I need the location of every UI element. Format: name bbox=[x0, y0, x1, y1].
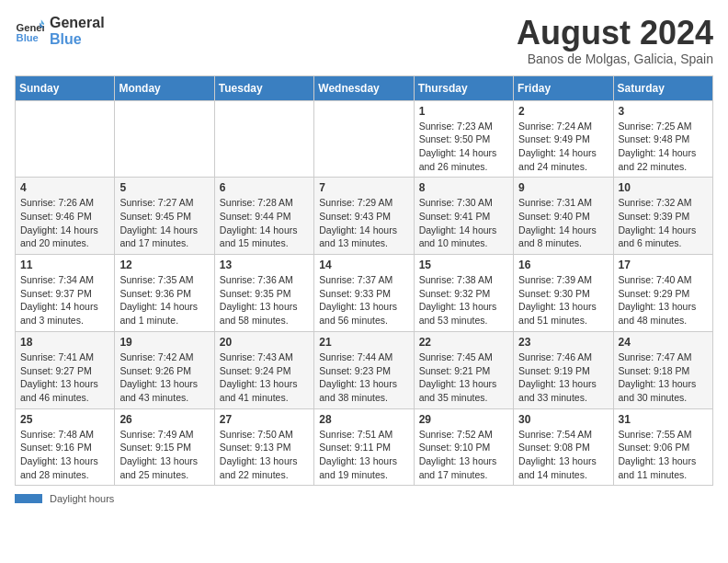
logo: General Blue General Blue bbox=[15, 15, 105, 48]
day-info: Sunrise: 7:31 AM Sunset: 9:40 PM Dayligh… bbox=[518, 196, 608, 250]
location: Banos de Molgas, Galicia, Spain bbox=[517, 52, 713, 66]
day-number: 10 bbox=[619, 181, 708, 194]
day-number: 20 bbox=[220, 336, 309, 349]
day-info: Sunrise: 7:52 AM Sunset: 9:10 PM Dayligh… bbox=[419, 428, 508, 482]
day-number: 1 bbox=[419, 105, 508, 118]
footer-label: Daylight hours bbox=[50, 493, 114, 504]
day-number: 5 bbox=[119, 181, 209, 194]
day-cell-24: 24Sunrise: 7:47 AM Sunset: 9:18 PM Dayli… bbox=[613, 331, 712, 408]
day-info: Sunrise: 7:38 AM Sunset: 9:32 PM Dayligh… bbox=[419, 273, 508, 327]
day-number: 4 bbox=[20, 181, 109, 194]
logo-text-line2: Blue bbox=[50, 31, 105, 48]
day-number: 7 bbox=[319, 181, 408, 194]
calendar-header: SundayMondayTuesdayWednesdayThursdayFrid… bbox=[16, 75, 713, 100]
day-info: Sunrise: 7:34 AM Sunset: 9:37 PM Dayligh… bbox=[20, 273, 109, 327]
day-number: 17 bbox=[619, 259, 708, 271]
column-header-wednesday: Wednesday bbox=[314, 75, 414, 100]
day-info: Sunrise: 7:35 AM Sunset: 9:36 PM Dayligh… bbox=[119, 273, 209, 327]
day-number: 13 bbox=[220, 259, 309, 271]
day-cell-3: 3Sunrise: 7:25 AM Sunset: 9:48 PM Daylig… bbox=[613, 100, 712, 178]
day-number: 3 bbox=[619, 105, 708, 118]
day-info: Sunrise: 7:51 AM Sunset: 9:11 PM Dayligh… bbox=[319, 428, 408, 482]
day-number: 30 bbox=[518, 413, 608, 426]
week-row-5: 25Sunrise: 7:48 AM Sunset: 9:16 PM Dayli… bbox=[16, 408, 713, 486]
day-info: Sunrise: 7:54 AM Sunset: 9:08 PM Dayligh… bbox=[518, 428, 608, 482]
day-cell-27: 27Sunrise: 7:50 AM Sunset: 9:13 PM Dayli… bbox=[214, 408, 313, 486]
day-info: Sunrise: 7:23 AM Sunset: 9:50 PM Dayligh… bbox=[419, 120, 508, 174]
day-cell-5: 5Sunrise: 7:27 AM Sunset: 9:45 PM Daylig… bbox=[115, 178, 214, 255]
day-cell-1: 1Sunrise: 7:23 AM Sunset: 9:50 PM Daylig… bbox=[414, 100, 513, 178]
day-number: 9 bbox=[518, 181, 608, 194]
day-number: 19 bbox=[119, 336, 209, 349]
day-number: 6 bbox=[220, 181, 309, 194]
day-info: Sunrise: 7:47 AM Sunset: 9:18 PM Dayligh… bbox=[619, 350, 708, 405]
day-info: Sunrise: 7:49 AM Sunset: 9:15 PM Dayligh… bbox=[119, 428, 209, 482]
day-info: Sunrise: 7:27 AM Sunset: 9:45 PM Dayligh… bbox=[119, 196, 209, 250]
day-number: 21 bbox=[319, 336, 408, 349]
day-number: 24 bbox=[619, 336, 708, 349]
day-cell-4: 4Sunrise: 7:26 AM Sunset: 9:46 PM Daylig… bbox=[16, 178, 115, 255]
day-info: Sunrise: 7:43 AM Sunset: 9:24 PM Dayligh… bbox=[220, 350, 309, 405]
day-info: Sunrise: 7:41 AM Sunset: 9:27 PM Dayligh… bbox=[20, 350, 109, 405]
day-info: Sunrise: 7:55 AM Sunset: 9:06 PM Dayligh… bbox=[619, 428, 708, 482]
day-cell-30: 30Sunrise: 7:54 AM Sunset: 9:08 PM Dayli… bbox=[514, 408, 613, 486]
day-cell-10: 10Sunrise: 7:32 AM Sunset: 9:39 PM Dayli… bbox=[613, 178, 712, 255]
day-cell-17: 17Sunrise: 7:40 AM Sunset: 9:29 PM Dayli… bbox=[613, 255, 712, 332]
day-cell-16: 16Sunrise: 7:39 AM Sunset: 9:30 PM Dayli… bbox=[514, 255, 613, 332]
day-cell-28: 28Sunrise: 7:51 AM Sunset: 9:11 PM Dayli… bbox=[314, 408, 414, 486]
day-cell-6: 6Sunrise: 7:28 AM Sunset: 9:44 PM Daylig… bbox=[214, 178, 313, 255]
calendar-footer: Daylight hours bbox=[15, 493, 713, 504]
day-info: Sunrise: 7:50 AM Sunset: 9:13 PM Dayligh… bbox=[220, 428, 309, 482]
day-number: 26 bbox=[119, 413, 209, 426]
day-info: Sunrise: 7:30 AM Sunset: 9:41 PM Dayligh… bbox=[419, 196, 508, 250]
day-info: Sunrise: 7:42 AM Sunset: 9:26 PM Dayligh… bbox=[119, 350, 209, 405]
day-number: 2 bbox=[518, 105, 608, 118]
day-cell-22: 22Sunrise: 7:45 AM Sunset: 9:21 PM Dayli… bbox=[414, 331, 513, 408]
day-cell-18: 18Sunrise: 7:41 AM Sunset: 9:27 PM Dayli… bbox=[16, 331, 115, 408]
day-cell-25: 25Sunrise: 7:48 AM Sunset: 9:16 PM Dayli… bbox=[16, 408, 115, 486]
day-cell-14: 14Sunrise: 7:37 AM Sunset: 9:33 PM Dayli… bbox=[314, 255, 414, 332]
day-number: 14 bbox=[319, 259, 408, 271]
day-number: 22 bbox=[419, 336, 508, 349]
day-cell-empty bbox=[115, 100, 214, 178]
day-info: Sunrise: 7:36 AM Sunset: 9:35 PM Dayligh… bbox=[220, 273, 309, 327]
day-number: 15 bbox=[419, 259, 508, 271]
day-cell-11: 11Sunrise: 7:34 AM Sunset: 9:37 PM Dayli… bbox=[16, 255, 115, 332]
day-cell-15: 15Sunrise: 7:38 AM Sunset: 9:32 PM Dayli… bbox=[414, 255, 513, 332]
day-info: Sunrise: 7:44 AM Sunset: 9:23 PM Dayligh… bbox=[319, 350, 408, 405]
week-row-2: 4Sunrise: 7:26 AM Sunset: 9:46 PM Daylig… bbox=[16, 178, 713, 255]
day-info: Sunrise: 7:39 AM Sunset: 9:30 PM Dayligh… bbox=[518, 273, 608, 327]
day-info: Sunrise: 7:25 AM Sunset: 9:48 PM Dayligh… bbox=[619, 120, 708, 174]
day-number: 28 bbox=[319, 413, 408, 426]
day-info: Sunrise: 7:28 AM Sunset: 9:44 PM Dayligh… bbox=[220, 196, 309, 250]
day-number: 12 bbox=[119, 259, 209, 271]
header-row: SundayMondayTuesdayWednesdayThursdayFrid… bbox=[16, 75, 713, 100]
day-cell-21: 21Sunrise: 7:44 AM Sunset: 9:23 PM Dayli… bbox=[314, 331, 414, 408]
day-cell-26: 26Sunrise: 7:49 AM Sunset: 9:15 PM Dayli… bbox=[115, 408, 214, 486]
day-info: Sunrise: 7:40 AM Sunset: 9:29 PM Dayligh… bbox=[619, 273, 708, 327]
day-cell-2: 2Sunrise: 7:24 AM Sunset: 9:49 PM Daylig… bbox=[514, 100, 613, 178]
day-cell-29: 29Sunrise: 7:52 AM Sunset: 9:10 PM Dayli… bbox=[414, 408, 513, 486]
calendar-table: SundayMondayTuesdayWednesdayThursdayFrid… bbox=[15, 75, 713, 487]
column-header-sunday: Sunday bbox=[16, 75, 115, 100]
day-cell-23: 23Sunrise: 7:46 AM Sunset: 9:19 PM Dayli… bbox=[514, 331, 613, 408]
week-row-3: 11Sunrise: 7:34 AM Sunset: 9:37 PM Dayli… bbox=[16, 255, 713, 332]
day-number: 23 bbox=[518, 336, 608, 349]
column-header-monday: Monday bbox=[115, 75, 214, 100]
day-cell-31: 31Sunrise: 7:55 AM Sunset: 9:06 PM Dayli… bbox=[613, 408, 712, 486]
day-cell-8: 8Sunrise: 7:30 AM Sunset: 9:41 PM Daylig… bbox=[414, 178, 513, 255]
day-cell-empty bbox=[214, 100, 313, 178]
day-number: 18 bbox=[20, 336, 109, 349]
day-info: Sunrise: 7:45 AM Sunset: 9:21 PM Dayligh… bbox=[419, 350, 508, 405]
title-block: August 2024 Banos de Molgas, Galicia, Sp… bbox=[517, 15, 713, 66]
day-info: Sunrise: 7:29 AM Sunset: 9:43 PM Dayligh… bbox=[319, 196, 408, 250]
day-cell-9: 9Sunrise: 7:31 AM Sunset: 9:40 PM Daylig… bbox=[514, 178, 613, 255]
column-header-thursday: Thursday bbox=[414, 75, 513, 100]
day-number: 27 bbox=[220, 413, 309, 426]
column-header-tuesday: Tuesday bbox=[214, 75, 313, 100]
day-number: 25 bbox=[20, 413, 109, 426]
day-cell-12: 12Sunrise: 7:35 AM Sunset: 9:36 PM Dayli… bbox=[115, 255, 214, 332]
day-cell-19: 19Sunrise: 7:42 AM Sunset: 9:26 PM Dayli… bbox=[115, 331, 214, 408]
daylight-bar bbox=[15, 494, 42, 503]
column-header-saturday: Saturday bbox=[613, 75, 712, 100]
